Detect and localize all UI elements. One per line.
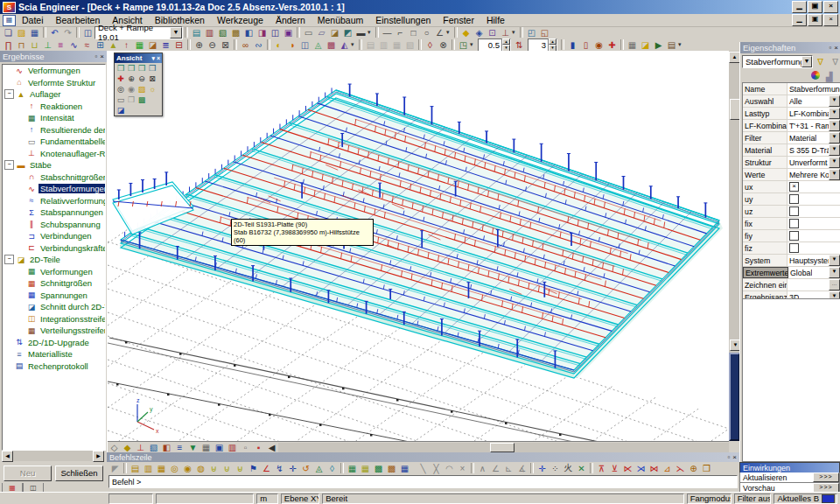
target-icon[interactable]: ◬ bbox=[312, 463, 326, 474]
bolt-icon[interactable]: ↯ bbox=[273, 463, 286, 474]
beam-torsion-icon[interactable]: ≡ bbox=[54, 39, 67, 51]
snap-point-5-icon[interactable]: ⋈ bbox=[648, 463, 661, 474]
command-pin-icon[interactable]: ▫ bbox=[727, 453, 730, 461]
status-fangmodus[interactable]: Fangmodus bbox=[687, 494, 732, 504]
multiplier-spinner[interactable]: 3 ▴▾ bbox=[528, 38, 557, 52]
split-icon[interactable]: ◑ bbox=[285, 39, 298, 51]
snap-off-icon[interactable]: × bbox=[456, 463, 469, 474]
ellipsis-button[interactable]: … bbox=[829, 279, 840, 290]
property-value[interactable]: Mehrere Kompo▼ bbox=[788, 169, 840, 180]
calculator-icon-dropdown[interactable]: ▾ bbox=[368, 29, 374, 36]
view-yz-icon[interactable]: ❒ bbox=[147, 63, 158, 74]
dropdown-icon[interactable]: ▼ bbox=[829, 267, 840, 278]
scroll-left-icon[interactable]: ◀ bbox=[2, 451, 13, 462]
reaction-icon[interactable]: ↑ bbox=[120, 39, 133, 51]
save-view-icon[interactable]: ▦ bbox=[626, 39, 639, 51]
tree-item-verformungen[interactable]: ∿Verformungen bbox=[3, 65, 105, 77]
section-icon[interactable]: ⊟ bbox=[172, 39, 186, 51]
report-icon[interactable]: ▤ bbox=[665, 39, 678, 51]
project-combo-arrow-icon[interactable]: ▼ bbox=[170, 27, 182, 38]
preview-icon[interactable]: ◫ bbox=[269, 27, 282, 38]
image-icon[interactable]: ▧ bbox=[216, 27, 229, 38]
zoom-minus-icon[interactable]: ⊖ bbox=[206, 39, 219, 51]
snap-point-2-icon[interactable]: ⊻ bbox=[608, 463, 621, 474]
properties-combo[interactable]: Stabverformungen ( ▼ bbox=[742, 55, 813, 68]
table-icon[interactable]: ◨ bbox=[256, 27, 269, 38]
property-value[interactable]: Alle▼ bbox=[788, 95, 840, 107]
rectangle-tool-icon[interactable]: □ bbox=[407, 27, 420, 38]
checkbox-fiy[interactable] bbox=[789, 231, 799, 241]
restore-button[interactable]: ▣ bbox=[808, 1, 822, 13]
tree-item-schubspannung[interactable]: ∥Schubspannung bbox=[3, 219, 105, 231]
slab-result-icon[interactable]: ◪ bbox=[146, 39, 159, 51]
zoom-in-icon[interactable]: ⊕ bbox=[126, 74, 136, 84]
menu-einstellungen[interactable]: Einstellungen bbox=[369, 15, 437, 25]
line-grid-icon[interactable]: ⽕ bbox=[562, 463, 575, 474]
snap-edge-icon[interactable]: ∠ bbox=[489, 463, 502, 474]
new-view-icon[interactable]: ◳ bbox=[457, 39, 470, 51]
filter-yellow-icon[interactable]: ∇ bbox=[814, 56, 827, 67]
window-icon[interactable]: ▣ bbox=[282, 27, 295, 38]
checkbox-fiz[interactable] bbox=[789, 243, 799, 253]
grid-c-icon[interactable]: ▩ bbox=[372, 463, 385, 474]
property-value[interactable] bbox=[788, 193, 840, 205]
polyline-tool-icon[interactable]: ⌐ bbox=[394, 27, 407, 38]
snap-point-6-icon[interactable]: ⊿ bbox=[661, 463, 674, 474]
flag-icon[interactable]: ⚑ bbox=[247, 463, 260, 474]
snap-point-7-icon[interactable]: ⋋ bbox=[674, 463, 687, 474]
tree-item-reaktionen[interactable]: ↑Reaktionen bbox=[3, 101, 105, 113]
results-close-icon[interactable]: × bbox=[100, 52, 104, 60]
property-value[interactable] bbox=[788, 242, 840, 254]
scroll-right-icon[interactable]: ▶ bbox=[93, 451, 104, 462]
document-print-icon[interactable]: ▦ bbox=[155, 463, 168, 474]
snap-point-4-icon[interactable]: ⋊ bbox=[634, 463, 648, 474]
mirror-icon-dropdown[interactable]: ▾ bbox=[351, 41, 357, 48]
tree-item-2d-verformungen[interactable]: ▦Verformungen bbox=[3, 266, 105, 278]
snapshot-icon[interactable]: ⊡ bbox=[486, 27, 499, 38]
filter-off-icon[interactable]: ∇ bbox=[829, 56, 840, 67]
tree-item-verteilungsstreifen[interactable]: ▦Verteilungsstreifen bbox=[3, 325, 105, 337]
dropdown-icon[interactable]: ▼ bbox=[829, 108, 840, 119]
tree-item-fundamenttabelle[interactable]: ▭Fundamenttabelle bbox=[3, 136, 105, 148]
angle-tool-icon-dropdown[interactable]: ▾ bbox=[446, 29, 452, 36]
property-value[interactable]: × bbox=[788, 181, 840, 192]
viewport-hscrollbar[interactable] bbox=[278, 443, 729, 452]
close-button[interactable]: × bbox=[823, 1, 838, 13]
minimize-button[interactable]: ▁ bbox=[792, 14, 807, 26]
tree-item-verbindungen[interactable]: ⊐Verbindungen bbox=[3, 230, 105, 242]
dropdown-icon[interactable]: ▼ bbox=[829, 157, 840, 168]
property-value[interactable]: S 355 D-Träger▼ bbox=[788, 144, 840, 156]
beam-strain-icon[interactable]: ≈ bbox=[80, 39, 94, 51]
snap-ortho-icon[interactable]: ⊾ bbox=[502, 463, 515, 474]
dimension-icon[interactable]: ⊥ bbox=[499, 27, 512, 38]
mesh-snap-icon[interactable]: ✕ bbox=[575, 463, 588, 474]
ansicht-floating-toolbar[interactable]: Ansicht ▾× ❒❒❒❒✚⊕⊖⊠◎◉▨☼▭❐▩◪ bbox=[114, 52, 163, 116]
property-value[interactable]: … bbox=[788, 279, 840, 290]
report-icon-dropdown[interactable]: ▾ bbox=[678, 41, 684, 48]
light-icon[interactable]: ☼ bbox=[147, 84, 158, 94]
menu-fenster[interactable]: Fenster bbox=[437, 15, 480, 25]
model-3d-view[interactable]: zxy bbox=[108, 51, 729, 441]
aktualisieren-button[interactable]: >>> bbox=[813, 472, 839, 482]
results-tree-hscrollbar[interactable]: ◀ ▶ bbox=[2, 451, 104, 461]
prism-icon[interactable]: ◊ bbox=[326, 463, 339, 474]
copy-view-icon[interactable]: ❐ bbox=[126, 94, 136, 105]
tree-item-stabspannungen[interactable]: ΣStabspannungen bbox=[3, 206, 105, 219]
line-tool-icon[interactable]: — bbox=[381, 27, 394, 38]
tree-item-2d-teile-expander[interactable]: − bbox=[4, 255, 14, 264]
tree-item-rechenprotokoll[interactable]: ▤Rechenprotokoll bbox=[3, 360, 105, 373]
tree-item-verformte-struktur[interactable]: ⌂Verformte Struktur bbox=[3, 77, 105, 89]
eraser-icon[interactable]: ◊ bbox=[424, 39, 437, 51]
menu-werkzeuge[interactable]: Werkzeuge bbox=[211, 15, 270, 25]
diagram-icon[interactable]: ▟ bbox=[822, 71, 836, 82]
checkbox-ux[interactable]: × bbox=[789, 182, 799, 192]
hammer-icon[interactable]: ⊗ bbox=[437, 39, 450, 51]
tree-item-relativverformung[interactable]: ≈Relativverformung bbox=[3, 195, 105, 207]
new-view-icon-dropdown[interactable]: ▾ bbox=[470, 41, 476, 48]
tree-item-materialliste[interactable]: ≡Materialliste bbox=[3, 348, 105, 360]
zoom-all-icon[interactable]: ◎ bbox=[116, 84, 126, 94]
grid-d-icon[interactable]: ▩ bbox=[385, 463, 398, 474]
tree-item-knotenauflager[interactable]: ⊥Knotenauflager-Resultierende bbox=[3, 148, 105, 160]
zoom-selection-icon[interactable]: ◉ bbox=[126, 84, 136, 94]
pen-red-icon[interactable]: ∠ bbox=[260, 463, 273, 474]
